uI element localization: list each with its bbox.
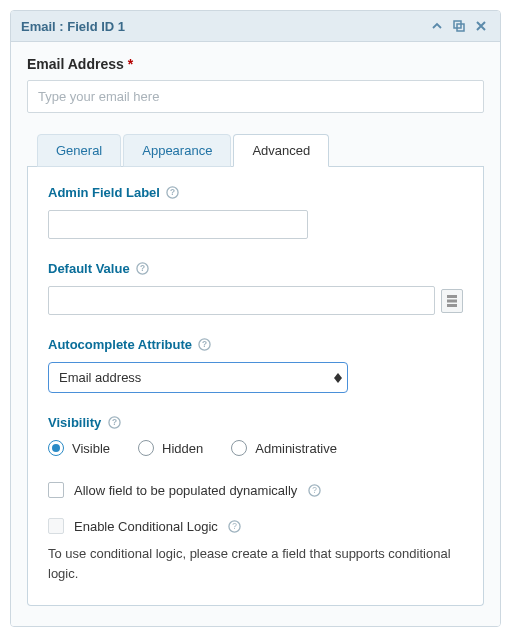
required-asterisk: * (128, 56, 133, 72)
allow-dynamic-row: Allow field to be populated dynamically … (48, 482, 463, 498)
conditional-logic-row: Enable Conditional Logic ? (48, 518, 463, 534)
autocomplete-select[interactable]: Email address (48, 362, 348, 393)
duplicate-icon[interactable] (450, 17, 468, 35)
svg-text:?: ? (170, 187, 175, 197)
radio-label: Administrative (255, 441, 337, 456)
conditional-logic-checkbox (48, 518, 64, 534)
svg-text:?: ? (312, 485, 317, 495)
conditional-logic-label: Enable Conditional Logic (74, 519, 218, 534)
merge-tags-button[interactable] (441, 289, 463, 313)
autocomplete-select-wrap: Email address (48, 362, 348, 393)
svg-rect-6 (447, 295, 457, 298)
conditional-logic-note: To use conditional logic, please create … (48, 544, 463, 583)
radio-indicator (138, 440, 154, 456)
svg-text:?: ? (233, 521, 238, 531)
panel-header: Email : Field ID 1 (11, 11, 500, 42)
svg-text:?: ? (202, 339, 207, 349)
default-value-heading: Default Value ? (48, 261, 463, 276)
field-panel: Email : Field ID 1 Email Address* Genera… (10, 10, 501, 627)
advanced-pane: Admin Field Label ? Default Value ? (27, 167, 484, 606)
default-value-input[interactable] (48, 286, 435, 315)
panel-title: Email : Field ID 1 (21, 19, 424, 34)
tab-general[interactable]: General (37, 134, 121, 167)
radio-label: Visible (72, 441, 110, 456)
allow-dynamic-label: Allow field to be populated dynamically (74, 483, 297, 498)
settings-tabs: General Appearance Advanced (27, 133, 484, 167)
field-label: Email Address (27, 56, 124, 72)
field-label-row: Email Address* (27, 56, 484, 72)
svg-rect-8 (447, 304, 457, 307)
default-value-row (48, 286, 463, 315)
autocomplete-heading: Autocomplete Attribute ? (48, 337, 463, 352)
svg-text:?: ? (112, 417, 117, 427)
help-icon[interactable]: ? (198, 338, 212, 352)
close-icon[interactable] (472, 17, 490, 35)
admin-field-label-heading: Admin Field Label ? (48, 185, 463, 200)
admin-field-label-input[interactable] (48, 210, 308, 239)
help-icon[interactable]: ? (166, 186, 180, 200)
radio-hidden[interactable]: Hidden (138, 440, 203, 456)
tab-advanced[interactable]: Advanced (233, 134, 329, 167)
radio-label: Hidden (162, 441, 203, 456)
tab-appearance[interactable]: Appearance (123, 134, 231, 167)
visibility-heading: Visibility ? (48, 415, 463, 430)
radio-indicator (231, 440, 247, 456)
help-icon[interactable]: ? (307, 483, 321, 497)
radio-visible[interactable]: Visible (48, 440, 110, 456)
allow-dynamic-checkbox[interactable] (48, 482, 64, 498)
autocomplete-text: Autocomplete Attribute (48, 337, 192, 352)
admin-field-label-text: Admin Field Label (48, 185, 160, 200)
visibility-text: Visibility (48, 415, 101, 430)
visibility-radio-group: Visible Hidden Administrative (48, 440, 463, 456)
svg-rect-7 (447, 299, 457, 302)
help-icon[interactable]: ? (136, 262, 150, 276)
panel-body: Email Address* General Appearance Advanc… (11, 42, 500, 626)
radio-indicator (48, 440, 64, 456)
help-icon[interactable]: ? (228, 519, 242, 533)
svg-text:?: ? (140, 263, 145, 273)
radio-administrative[interactable]: Administrative (231, 440, 337, 456)
help-icon[interactable]: ? (107, 416, 121, 430)
collapse-icon[interactable] (428, 17, 446, 35)
default-value-text: Default Value (48, 261, 130, 276)
email-preview-input[interactable] (27, 80, 484, 113)
